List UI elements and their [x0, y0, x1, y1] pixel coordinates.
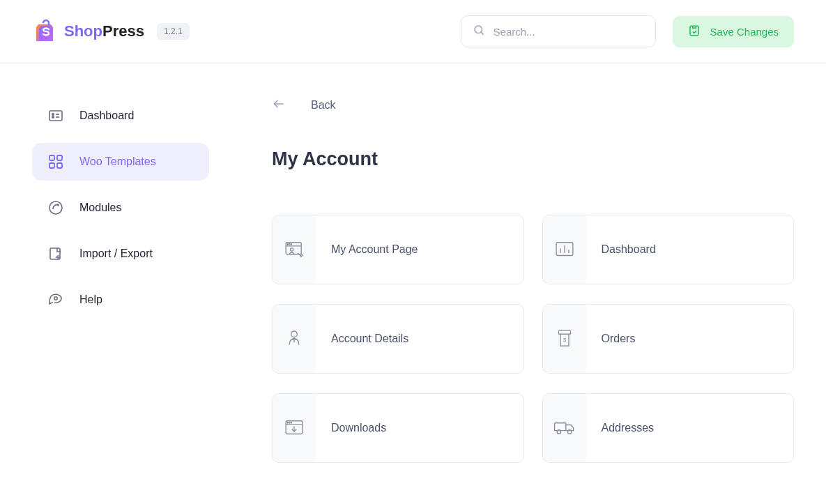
save-changes-button[interactable]: Save Changes: [673, 16, 794, 47]
sidebar-item-modules[interactable]: Modules: [32, 189, 209, 227]
card-dashboard[interactable]: Dashboard: [542, 215, 795, 284]
import-export-icon: [47, 245, 64, 262]
svg-rect-11: [57, 163, 62, 168]
sidebar-item-dashboard[interactable]: Dashboard: [32, 97, 209, 135]
help-icon: [47, 291, 64, 308]
svg-rect-3: [49, 111, 62, 121]
card-label: Account Details: [316, 333, 408, 345]
svg-point-26: [291, 331, 298, 337]
sidebar-item-woo-templates[interactable]: Woo Templates: [32, 143, 209, 181]
page-title: My Account: [272, 148, 794, 170]
svg-point-33: [291, 422, 291, 423]
main-content: Back My Account: [230, 63, 826, 463]
card-account-details[interactable]: Account Details: [272, 304, 524, 374]
svg-point-20: [291, 244, 291, 245]
back-label: Back: [311, 99, 336, 112]
sidebar: Dashboard Woo Templates M: [0, 63, 230, 463]
header: ShopPress 1.2.1 Save Changes: [0, 0, 826, 63]
svg-point-32: [289, 422, 290, 423]
sidebar-item-label: Woo Templates: [79, 155, 156, 168]
download-window-icon: [273, 394, 316, 462]
card-label: Downloads: [316, 422, 386, 434]
svg-rect-27: [558, 330, 570, 334]
search-input[interactable]: [494, 26, 644, 38]
svg-rect-8: [49, 155, 54, 160]
truck-icon: [543, 394, 586, 462]
search-box[interactable]: [461, 15, 656, 47]
svg-line-1: [481, 32, 483, 34]
svg-rect-9: [57, 155, 62, 160]
back-button[interactable]: Back: [272, 97, 794, 114]
save-icon: [688, 24, 701, 39]
svg-point-18: [287, 244, 288, 245]
card-addresses[interactable]: Addresses: [542, 393, 795, 463]
person-icon: [273, 305, 316, 373]
sidebar-item-help[interactable]: Help: [32, 281, 209, 319]
svg-point-4: [52, 114, 54, 115]
svg-point-21: [290, 248, 293, 251]
templates-icon: [47, 153, 64, 170]
dashboard-icon: [47, 107, 64, 124]
back-arrow-icon: [272, 97, 286, 114]
card-label: My Account Page: [316, 243, 418, 256]
svg-point-0: [475, 26, 482, 33]
card-my-account-page[interactable]: My Account Page: [272, 215, 524, 284]
sidebar-item-label: Import / Export: [79, 247, 153, 260]
cards-grid: My Account Page Dashboard: [272, 215, 794, 463]
logo[interactable]: ShopPress: [32, 19, 144, 44]
header-left: ShopPress 1.2.1: [32, 19, 190, 44]
card-downloads[interactable]: Downloads: [272, 393, 524, 463]
receipt-icon: $: [543, 305, 586, 373]
shoppress-logo-icon: [32, 19, 57, 44]
search-icon: [473, 24, 485, 39]
svg-rect-2: [690, 26, 698, 36]
save-button-label: Save Changes: [710, 26, 779, 38]
layout: Dashboard Woo Templates M: [0, 63, 826, 463]
card-label: Orders: [586, 333, 636, 345]
account-page-icon: [273, 215, 316, 284]
svg-point-14: [54, 297, 57, 300]
svg-rect-35: [554, 423, 565, 431]
svg-point-31: [287, 422, 288, 423]
modules-icon: [47, 199, 64, 216]
header-right: Save Changes: [461, 15, 794, 47]
version-badge: 1.2.1: [157, 23, 190, 40]
logo-text: ShopPress: [64, 22, 144, 40]
svg-point-12: [49, 201, 62, 214]
svg-text:$: $: [563, 337, 566, 343]
sidebar-item-label: Dashboard: [79, 109, 134, 122]
card-orders[interactable]: $ Orders: [542, 304, 795, 374]
chart-icon: [543, 215, 586, 284]
card-label: Dashboard: [586, 243, 656, 256]
svg-point-5: [52, 116, 54, 118]
svg-point-19: [289, 244, 290, 245]
svg-rect-10: [49, 163, 54, 168]
sidebar-item-import-export[interactable]: Import / Export: [32, 235, 209, 273]
card-label: Addresses: [586, 422, 655, 434]
sidebar-item-label: Help: [79, 293, 102, 306]
sidebar-item-label: Modules: [79, 201, 121, 214]
